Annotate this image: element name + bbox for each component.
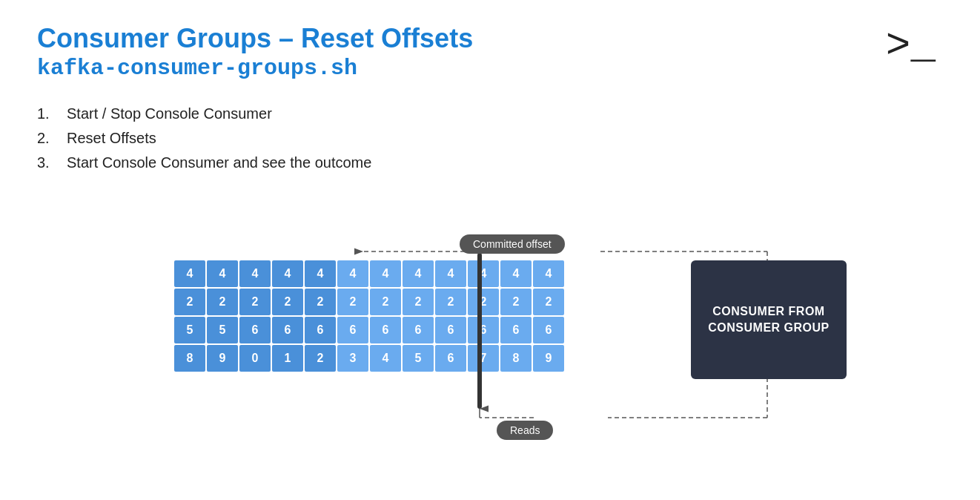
cell: 2 — [435, 289, 466, 315]
cell: 6 — [500, 317, 532, 343]
cell: 2 — [305, 345, 336, 372]
cell: 4 — [207, 260, 238, 287]
cell: 4 — [305, 260, 336, 287]
cell: 4 — [435, 260, 466, 287]
step-2: 2. Reset Offsets — [37, 130, 943, 147]
cell: 5 — [174, 317, 205, 343]
page-title-code: kafka-consumer-groups.sh — [37, 54, 943, 83]
cell: 6 — [533, 317, 564, 343]
cell: 3 — [337, 345, 368, 372]
cell: 4 — [370, 345, 401, 372]
cell: 4 — [468, 260, 499, 287]
cell: 7 — [468, 345, 499, 372]
cell: 8 — [500, 345, 532, 372]
steps-list: 1. Start / Stop Console Consumer 2. Rese… — [37, 105, 943, 171]
cell: 2 — [174, 289, 205, 315]
cell: 6 — [468, 317, 499, 343]
step-text-2: Reset Offsets — [67, 130, 156, 147]
diagram-area: 4444444444442222222222225566666666668901… — [37, 194, 943, 446]
consumer-box-line2: CONSUMER GROUP — [708, 321, 829, 334]
cell: 4 — [337, 260, 368, 287]
cell: 6 — [435, 317, 466, 343]
cell: 6 — [305, 317, 336, 343]
cell: 2 — [370, 289, 401, 315]
cell: 6 — [272, 317, 303, 343]
cell: 6 — [239, 317, 271, 343]
step-num-1: 1. — [37, 105, 58, 122]
cell: 2 — [305, 289, 336, 315]
step-text-1: Start / Stop Console Consumer — [67, 105, 272, 122]
cell: 4 — [370, 260, 401, 287]
cell: 2 — [533, 289, 564, 315]
cell: 4 — [533, 260, 564, 287]
cell: 0 — [239, 345, 271, 372]
cell: 2 — [207, 289, 238, 315]
cell: 5 — [207, 317, 238, 343]
cell: 4 — [403, 260, 434, 287]
cell: 4 — [239, 260, 271, 287]
step-text-3: Start Console Consumer and see the outco… — [67, 154, 371, 171]
consumer-box-line1: CONSUMER FROM — [712, 305, 824, 318]
cell: 9 — [207, 345, 238, 372]
terminal-symbol: >_ — [886, 22, 936, 70]
cell: 6 — [435, 345, 466, 372]
step-1: 1. Start / Stop Console Consumer — [37, 105, 943, 122]
cell: 4 — [272, 260, 303, 287]
cell: 9 — [533, 345, 564, 372]
consumer-box-text: CONSUMER FROM CONSUMER GROUP — [708, 303, 829, 337]
cell: 6 — [403, 317, 434, 343]
committed-offset-label: Committed offset — [460, 234, 565, 254]
reads-label: Reads — [497, 421, 553, 440]
cell: 2 — [403, 289, 434, 315]
cell: 1 — [272, 345, 303, 372]
cell: 4 — [174, 260, 205, 287]
cell: 2 — [468, 289, 499, 315]
cell: 8 — [174, 345, 205, 372]
cell: 2 — [337, 289, 368, 315]
step-3: 3. Start Console Consumer and see the ou… — [37, 154, 943, 171]
cell: 2 — [500, 289, 532, 315]
cell: 2 — [272, 289, 303, 315]
partition-divider — [477, 253, 482, 409]
cell: 4 — [500, 260, 532, 287]
cell: 6 — [370, 317, 401, 343]
cell: 5 — [403, 345, 434, 372]
consumer-box: CONSUMER FROM CONSUMER GROUP — [691, 260, 847, 379]
step-num-2: 2. — [37, 130, 58, 147]
terminal-icon: >_ — [886, 22, 936, 70]
cell: 2 — [239, 289, 271, 315]
title-block: Consumer Groups – Reset Offsets kafka-co… — [37, 22, 943, 83]
page-title-main: Consumer Groups – Reset Offsets — [37, 22, 943, 54]
cell: 6 — [337, 317, 368, 343]
cell-grid: 4444444444442222222222225566666666668901… — [174, 260, 564, 372]
step-num-3: 3. — [37, 154, 58, 171]
